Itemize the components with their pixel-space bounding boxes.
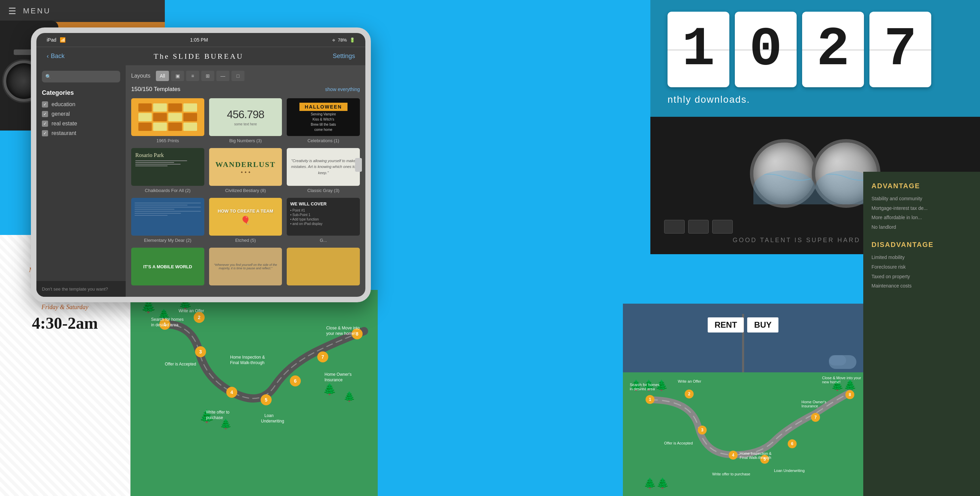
back-chevron-icon: ‹ bbox=[47, 53, 49, 60]
disadvantage-item: Maintenance costs bbox=[872, 283, 972, 290]
svg-text:Final Walk-through: Final Walk-through bbox=[230, 360, 264, 365]
layout-icon5-button[interactable]: □ bbox=[231, 71, 245, 81]
svg-text:your new home!: your new home! bbox=[326, 331, 355, 336]
bluetooth-icon: ⎆ bbox=[332, 37, 335, 43]
template-classic-gray[interactable]: "Creativity is allowing yourself to make… bbox=[287, 148, 360, 193]
template-classicgray-thumb: "Creativity is allowing yourself to make… bbox=[287, 148, 360, 186]
flip-monthly-label: nthly downloads. bbox=[668, 94, 750, 105]
template-g[interactable]: WE WILL COVER • Point #1 • Sub-Point 1 •… bbox=[287, 198, 360, 243]
templates-header: 150/150 Templates show everything bbox=[131, 86, 360, 93]
svg-text:Close & Move into: Close & Move into bbox=[326, 325, 360, 330]
advantage-item: Stability and community bbox=[872, 195, 972, 202]
status-left: iPad 📶 bbox=[47, 37, 65, 43]
advantages-title: ADVANTAGE bbox=[872, 182, 972, 190]
template-civilized-bestiary[interactable]: WANDERLUST ✦ ✦ ✦ Civilized Bestiary (8) bbox=[209, 148, 282, 193]
restaurant-hours2: 4:30-2am bbox=[32, 314, 98, 332]
flip-digit-1: 1 bbox=[668, 12, 729, 87]
category-real-estate-label: real estate bbox=[51, 121, 77, 127]
category-restaurant[interactable]: ✓ restaurant bbox=[42, 130, 120, 136]
layout-icon2-button[interactable]: ≡ bbox=[186, 71, 199, 81]
template-blank3[interactable] bbox=[287, 248, 360, 287]
svg-text:4: 4 bbox=[231, 389, 233, 395]
svg-text:Underwriting: Underwriting bbox=[261, 419, 284, 424]
template-blank2-thumb: "Whenever you find yourself on the side … bbox=[209, 248, 282, 285]
rent-sign: RENT bbox=[708, 317, 744, 332]
back-label: Back bbox=[51, 53, 65, 60]
settings-button[interactable]: Settings bbox=[333, 53, 355, 60]
categories-label: Categories bbox=[42, 89, 120, 97]
status-time: 1:05 PM bbox=[190, 37, 208, 43]
layout-icon3-button[interactable]: ⊞ bbox=[201, 71, 214, 81]
category-general-label: general bbox=[51, 111, 70, 117]
template-bestiary-label: Civilized Bestiary (8) bbox=[209, 188, 282, 193]
layout-icon1-button[interactable]: ▣ bbox=[171, 71, 184, 81]
template-1965-label: 1965 Prints bbox=[131, 138, 204, 143]
template-etched[interactable]: HOW TO CREATE A TEAM 🎈 Etched (5) bbox=[209, 198, 282, 243]
template-elementary-label: Elementary My Dear (2) bbox=[131, 238, 204, 243]
svg-text:Write an Offer: Write an Offer bbox=[178, 308, 204, 313]
ipad-home-button[interactable] bbox=[355, 158, 362, 172]
svg-text:6: 6 bbox=[294, 378, 297, 384]
category-real-estate[interactable]: ✓ real estate bbox=[42, 121, 120, 127]
template-1965-prints[interactable]: 1965 Prints bbox=[131, 98, 204, 143]
svg-text:🌲: 🌲 bbox=[323, 383, 337, 396]
show-all-button[interactable]: show everything bbox=[325, 86, 360, 92]
battery-icon: 🔋 bbox=[350, 37, 355, 43]
svg-text:Loan: Loan bbox=[264, 413, 274, 418]
svg-text:Search for homes: Search for homes bbox=[151, 317, 184, 322]
template-1965-thumb bbox=[131, 98, 204, 136]
svg-text:Insurance: Insurance bbox=[325, 378, 343, 382]
check-restaurant: ✓ bbox=[42, 130, 48, 136]
svg-text:purchase: purchase bbox=[206, 415, 223, 420]
search-input[interactable]: 🔍 bbox=[42, 71, 120, 83]
template-chalkboards-label: Chalkboards For All (2) bbox=[131, 188, 204, 193]
sidebar-footer-text: Don't see the template you want? bbox=[42, 287, 108, 292]
jfm-menu-bar: ☰ MENU bbox=[0, 0, 165, 22]
check-real-estate: ✓ bbox=[42, 121, 48, 127]
template-grid-row2: IT'S A MOBILE WORLD "Whenever you find y… bbox=[131, 248, 360, 287]
template-blank2[interactable]: "Whenever you find yourself on the side … bbox=[209, 248, 282, 287]
back-button[interactable]: ‹ Back bbox=[47, 53, 65, 60]
template-bignums-label: Big Numbers (3) bbox=[209, 138, 282, 143]
layout-all-button[interactable]: All bbox=[156, 71, 169, 81]
menu-label: MENU bbox=[23, 6, 51, 16]
category-education[interactable]: ✓ education bbox=[42, 101, 120, 107]
template-blank3-thumb bbox=[287, 248, 360, 285]
ipad-model: iPad bbox=[47, 37, 56, 43]
category-restaurant-label: restaurant bbox=[51, 130, 76, 136]
buy-sign: BUY bbox=[747, 317, 778, 332]
disadvantage-item: Foreclosure risk bbox=[872, 264, 972, 271]
svg-text:8: 8 bbox=[356, 331, 358, 337]
template-leave-boutique[interactable]: IT'S A MOBILE WORLD bbox=[131, 248, 204, 287]
restaurant-hours2-label: Friday & Saturday bbox=[41, 304, 88, 311]
template-celebrations[interactable]: HALLOWEEN Serving Vampire Kiss & Witch's… bbox=[287, 98, 360, 143]
svg-text:Home Inspection &: Home Inspection & bbox=[230, 355, 265, 360]
template-etched-label: Etched (5) bbox=[209, 238, 282, 243]
template-big-numbers[interactable]: 456.798 some text here Big Numbers (3) bbox=[209, 98, 282, 143]
svg-text:in desired area: in desired area bbox=[151, 322, 178, 327]
svg-text:7: 7 bbox=[321, 354, 324, 360]
disadvantage-item: Limited mobility bbox=[872, 254, 972, 261]
template-elementary-thumb bbox=[131, 198, 204, 236]
flip-label-text: nthly downloads. bbox=[668, 94, 750, 105]
advantages-card: ADVANTAGE Stability and community Mortga… bbox=[863, 172, 980, 496]
check-education: ✓ bbox=[42, 101, 48, 107]
disadvantages-title: DISADVANTAGE bbox=[872, 241, 972, 249]
hamburger-icon: ☰ bbox=[8, 6, 16, 16]
template-elementary[interactable]: Elementary My Dear (2) bbox=[131, 198, 204, 243]
svg-text:3: 3 bbox=[199, 349, 202, 354]
svg-text:Write offer to: Write offer to bbox=[206, 410, 230, 415]
template-chalkboards[interactable]: Rosario Park Chalkboards For All (2) bbox=[131, 148, 204, 193]
category-general[interactable]: ✓ general bbox=[42, 111, 120, 117]
flip-digit-2: 2 bbox=[802, 12, 864, 87]
status-right: ⎆ 78% 🔋 bbox=[332, 37, 355, 43]
template-bignums-thumb: 456.798 some text here bbox=[209, 98, 282, 136]
svg-text:Home Owner's: Home Owner's bbox=[325, 372, 352, 377]
template-celebrations-label: Celebrations (1) bbox=[287, 138, 360, 143]
ipad-bottom-strip: Leave the Template Boutique bbox=[37, 297, 365, 302]
ipad-main: Layouts All ▣ ≡ ⊞ — □ 150/150 Templates … bbox=[126, 65, 365, 297]
search-icon: 🔍 bbox=[45, 74, 51, 79]
ipad-toolbar: Layouts All ▣ ≡ ⊞ — □ bbox=[131, 71, 360, 81]
layout-icon4-button[interactable]: — bbox=[216, 71, 229, 81]
svg-text:🌲: 🌲 bbox=[344, 391, 355, 402]
